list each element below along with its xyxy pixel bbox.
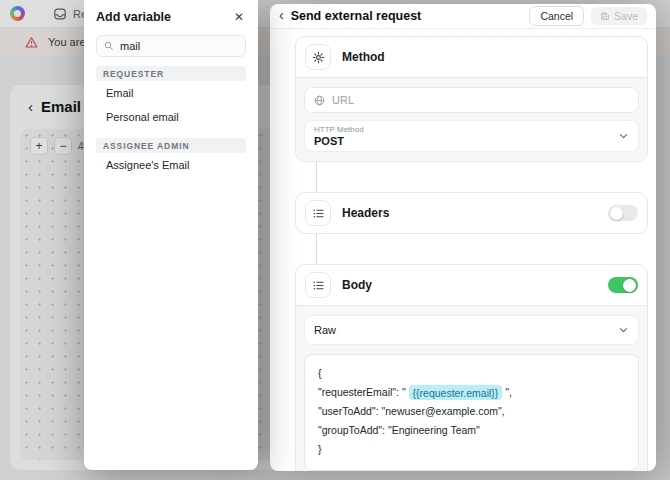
code-line: "requesterEmail": " {{requester.email}} … — [318, 383, 625, 402]
add-variable-panel: Add variable ✕ mail REQUESTER Email Pers… — [84, 0, 258, 470]
variable-token[interactable]: {{requester.email}} — [409, 385, 503, 400]
code-line: } — [318, 440, 625, 459]
raw-body-editor[interactable]: { "requesterEmail": " {{requester.email}… — [304, 354, 639, 471]
flow-connector — [316, 234, 317, 264]
save-label: Save — [614, 10, 638, 22]
gear-icon — [305, 44, 331, 70]
method-card: Method URL HTTP Method POST — [295, 36, 648, 162]
method-card-body: URL HTTP Method POST — [296, 77, 647, 161]
http-method-value: POST — [314, 135, 612, 147]
save-button[interactable]: Save — [591, 7, 647, 25]
variable-item-email[interactable]: Email — [84, 81, 258, 105]
send-external-request-modal: ‹ Send external request Cancel Save — [270, 4, 656, 471]
section-header-requester: REQUESTER — [96, 66, 246, 81]
list-icon — [305, 200, 331, 226]
method-card-title: Method — [342, 50, 638, 64]
http-method-label: HTTP Method — [314, 125, 612, 134]
body-card-header: Body — [296, 265, 647, 305]
save-icon — [600, 11, 610, 21]
headers-toggle[interactable] — [608, 205, 638, 221]
chevron-down-icon — [618, 325, 629, 336]
code-line: { — [318, 364, 625, 383]
body-card-body: Raw { "requesterEmail": " {{requester.em… — [296, 305, 647, 471]
globe-icon — [314, 95, 325, 106]
variable-item-assignee-email[interactable]: Assignee's Email — [84, 153, 258, 177]
body-format-select[interactable]: Raw — [304, 315, 639, 345]
code-line: "userToAdd": "newuser@example.com", — [318, 402, 625, 421]
chevron-down-icon — [618, 131, 629, 142]
section-label: REQUESTER — [103, 69, 164, 79]
headers-card-title: Headers — [342, 206, 597, 220]
variable-search-input[interactable]: mail — [96, 35, 246, 57]
add-variable-title: Add variable — [96, 10, 232, 24]
method-card-header: Method — [296, 37, 647, 77]
body-toggle[interactable] — [608, 277, 638, 293]
headers-card: Headers — [295, 192, 648, 234]
variable-item-personal-email[interactable]: Personal email — [84, 105, 258, 129]
headers-card-header: Headers — [296, 193, 647, 233]
search-value: mail — [120, 40, 140, 52]
body-format-value: Raw — [314, 324, 612, 336]
modal-title: Send external request — [291, 9, 523, 23]
code-line: "groupToAdd": "Engineering Team" — [318, 421, 625, 440]
list-icon — [305, 272, 331, 298]
cancel-button[interactable]: Cancel — [529, 6, 584, 26]
url-input[interactable]: URL — [304, 87, 639, 113]
section-header-assignee-admin: ASSIGNEE ADMIN — [96, 138, 246, 153]
url-placeholder: URL — [332, 94, 354, 106]
modal-content: Method URL HTTP Method POST — [270, 29, 656, 471]
flow-connector — [316, 162, 317, 192]
body-card-title: Body — [342, 278, 597, 292]
body-card: Body Raw { "requesterEmail": " {{request… — [295, 264, 648, 471]
back-chevron-icon[interactable]: ‹ — [279, 8, 284, 22]
section-label: ASSIGNEE ADMIN — [103, 141, 189, 151]
modal-header: ‹ Send external request Cancel Save — [270, 4, 656, 29]
http-method-select[interactable]: HTTP Method POST — [304, 120, 639, 152]
search-icon — [104, 41, 114, 51]
add-variable-header: Add variable ✕ — [84, 0, 258, 29]
close-icon[interactable]: ✕ — [232, 9, 246, 25]
